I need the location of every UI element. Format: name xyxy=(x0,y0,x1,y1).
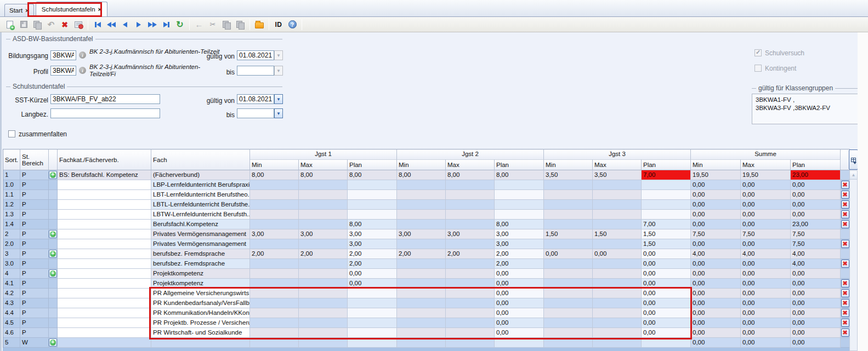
undo-button[interactable]: ↶ xyxy=(44,18,58,31)
delete-row-button delete-x-icon[interactable]: ✖ xyxy=(841,299,849,307)
profil-field[interactable] xyxy=(50,66,76,76)
cell-fachkat[interactable] xyxy=(58,259,151,269)
cell-fach[interactable]: Projektkompetenz xyxy=(151,279,250,289)
cell-jgst1-plan[interactable]: 0,00 xyxy=(348,279,397,289)
cell-jgst1-plan[interactable] xyxy=(348,200,397,210)
add-subject-button plus-icon[interactable]: + xyxy=(49,250,57,258)
cell-jgst2-plan[interactable]: 8,00 xyxy=(495,220,544,229)
cell-jgst3-plan[interactable]: 0,00 xyxy=(642,279,691,289)
delete-row-button delete-x-icon[interactable]: ✖ xyxy=(841,260,849,268)
basis-bis-field[interactable] xyxy=(237,66,274,76)
cell-jgst1-plan[interactable]: 8,00 xyxy=(348,220,397,229)
cell-jgst3-plan[interactable] xyxy=(642,210,691,220)
cell-fachkat[interactable] xyxy=(58,190,151,200)
cell-jgst2-plan[interactable]: 3,00 xyxy=(495,239,544,249)
cell-jgst2-plan[interactable]: 0,00 xyxy=(495,328,544,338)
cell-fach[interactable]: berufsbez. Fremdsprache xyxy=(151,259,250,269)
cell-jgst2-plan[interactable]: 0,00 xyxy=(495,279,544,289)
cell-fach[interactable]: Privates Vermögensmanagement xyxy=(151,239,250,249)
cell-jgst1-plan[interactable] xyxy=(348,318,397,328)
cell-fachkat[interactable] xyxy=(58,269,151,279)
edit-form-button[interactable] xyxy=(72,18,85,31)
add-subject-button plus-icon[interactable]: + xyxy=(49,230,57,238)
sst-gueltig-von-dropdown chevron-down-icon[interactable]: ▼ xyxy=(274,94,283,104)
open-folder-button[interactable] xyxy=(253,18,266,31)
cell-jgst3-plan[interactable]: 0,00 xyxy=(642,289,691,298)
previous-record-button[interactable] xyxy=(118,18,132,31)
cell-jgst2-plan[interactable] xyxy=(495,190,544,200)
help-button[interactable]: ? xyxy=(286,18,299,31)
cell-jgst1-plan[interactable] xyxy=(348,210,397,220)
cell-fachkat[interactable] xyxy=(58,298,151,308)
delete-row-button delete-x-icon[interactable]: ✖ xyxy=(841,240,849,248)
cell-jgst1-plan[interactable] xyxy=(348,308,397,318)
fast-forward-button[interactable] xyxy=(146,18,159,31)
add-subject-button plus-icon[interactable]: + xyxy=(49,338,57,347)
cell-fachkat[interactable] xyxy=(58,220,151,229)
cell-jgst3-plan[interactable] xyxy=(642,200,691,210)
zusammenfalten-checkbox[interactable] xyxy=(8,130,15,137)
fast-backward-button[interactable] xyxy=(105,18,118,31)
cell-fachkat[interactable] xyxy=(58,180,151,190)
first-record-button[interactable] xyxy=(91,18,104,31)
cell-fach[interactable]: PR Wirtschaft- und Sozialkunde xyxy=(151,328,250,338)
cell-fachkat[interactable] xyxy=(58,200,151,210)
cell-jgst1-plan[interactable]: 0,00 xyxy=(348,269,397,279)
delete-row-button delete-x-icon[interactable]: ✖ xyxy=(841,200,849,209)
cell-jgst3-plan[interactable]: 0,00 xyxy=(642,308,691,318)
cell-jgst1-plan[interactable] xyxy=(348,180,397,190)
delete-row-button delete-x-icon[interactable]: ✖ xyxy=(841,309,849,317)
cell-fachkat[interactable] xyxy=(58,239,151,249)
sst-bis-dropdown chevron-down-icon[interactable]: ▼ xyxy=(274,108,283,118)
cell-jgst3-plan[interactable]: 0,00 xyxy=(642,269,691,279)
basis-gueltig-von-field[interactable] xyxy=(237,50,274,60)
delete-row-button delete-x-icon[interactable]: ✖ xyxy=(841,319,849,327)
delete-row-button delete-x-icon[interactable]: ✖ xyxy=(841,289,849,297)
duplicate-button[interactable] xyxy=(31,18,44,31)
vertical-scrollbar[interactable]: ▲ xyxy=(849,170,858,351)
delete-button[interactable]: ✖ xyxy=(58,18,71,31)
cell-fach[interactable]: LBP-Lernfeldunterricht Berufspraxis xyxy=(151,180,250,190)
cell-jgst3-plan[interactable]: 0,00 xyxy=(642,259,691,269)
langbez-field[interactable] xyxy=(50,108,160,118)
cell-jgst2-plan[interactable]: 0,00 xyxy=(495,269,544,279)
delete-row-button delete-x-icon[interactable]: ✖ xyxy=(841,210,849,218)
next-record-button[interactable] xyxy=(132,18,145,31)
cell-jgst2-plan[interactable]: 0,00 xyxy=(495,298,544,308)
cell-jgst2-plan[interactable] xyxy=(495,210,544,220)
cell-fachkat[interactable] xyxy=(58,308,151,318)
cell-jgst2-plan[interactable]: 2,00 xyxy=(495,249,544,259)
cell-jgst2-plan[interactable]: 3,00 xyxy=(495,229,544,239)
cell-jgst3-plan[interactable]: 0,00 xyxy=(642,298,691,308)
cell-fach[interactable]: PR Kommunikation/Handeln/KKont... xyxy=(151,308,250,318)
cell-fach[interactable]: Berufsfachl.Kompetenz xyxy=(151,220,250,229)
cell-jgst1-plan[interactable]: 3,00 xyxy=(348,229,397,239)
last-record-button[interactable] xyxy=(160,18,173,31)
cell-jgst2-plan[interactable]: 2,00 xyxy=(495,259,544,269)
delete-row-button delete-x-icon[interactable]: ✖ xyxy=(841,329,849,337)
delete-row-button delete-x-icon[interactable]: ✖ xyxy=(841,220,849,228)
cell-jgst1-plan[interactable]: 3,00 xyxy=(348,239,397,249)
new-record-button[interactable]: + xyxy=(3,18,16,31)
cell-fachkat[interactable] xyxy=(58,210,151,220)
delete-row-button delete-x-icon[interactable]: ✖ xyxy=(841,181,849,189)
cell-jgst3-plan[interactable]: 0,00 xyxy=(642,318,691,328)
tab-start[interactable]: Start × xyxy=(4,4,34,16)
cell-fachkat[interactable] xyxy=(58,318,151,328)
cell-jgst2-plan[interactable]: 0,00 xyxy=(495,289,544,298)
cell-jgst1-plan[interactable]: 2,00 xyxy=(348,249,397,259)
cell-jgst3-plan[interactable] xyxy=(642,338,691,348)
cell-fach[interactable]: PR Kundenbedarfsanaly/VersFallbea xyxy=(151,298,250,308)
cell-jgst1-plan[interactable] xyxy=(348,190,397,200)
cell-jgst2-plan[interactable]: 0,00 xyxy=(495,318,544,328)
cell-fachkat[interactable] xyxy=(58,328,151,338)
delete-row-button delete-x-icon[interactable]: ✖ xyxy=(841,279,849,287)
cell-jgst3-plan[interactable]: 1,50 xyxy=(642,229,691,239)
cell-fachkat[interactable] xyxy=(58,289,151,298)
sst-gueltig-von-field[interactable] xyxy=(237,94,274,104)
cell-jgst1-plan[interactable] xyxy=(348,298,397,308)
cell-jgst1-plan[interactable] xyxy=(348,328,397,338)
cell-jgst3-plan[interactable]: 0,00 xyxy=(642,328,691,338)
cell-fach[interactable]: LBTW-Lernfeldunterricht Berufsth... xyxy=(151,210,250,220)
sst-kuerzel-field[interactable] xyxy=(50,94,160,104)
